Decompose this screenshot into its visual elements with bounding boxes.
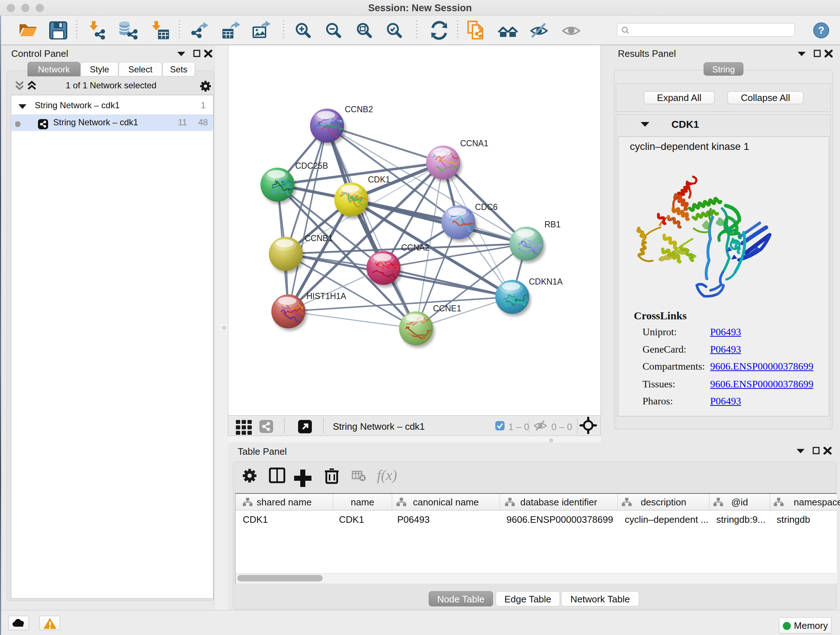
svg-text:CCNA1: CCNA1 (460, 139, 488, 148)
svg-text:f(x): f(x) (377, 467, 397, 483)
svg-text:CCNE1: CCNE1 (433, 304, 461, 313)
svg-text:CDC25B: CDC25B (295, 161, 328, 171)
svg-text:CDC6: CDC6 (475, 203, 498, 212)
svg-text:RB1: RB1 (545, 220, 561, 229)
svg-text:CDK1: CDK1 (368, 175, 390, 184)
svg-text:CCNA2: CCNA2 (401, 243, 429, 252)
svg-text:HIST1H1A: HIST1H1A (306, 291, 347, 301)
svg-text:CDKN1A: CDKN1A (529, 277, 563, 287)
svg-text:CCNB2: CCNB2 (345, 105, 373, 114)
svg-text:CCNB1: CCNB1 (305, 233, 333, 243)
svg-text:?: ? (818, 25, 824, 36)
